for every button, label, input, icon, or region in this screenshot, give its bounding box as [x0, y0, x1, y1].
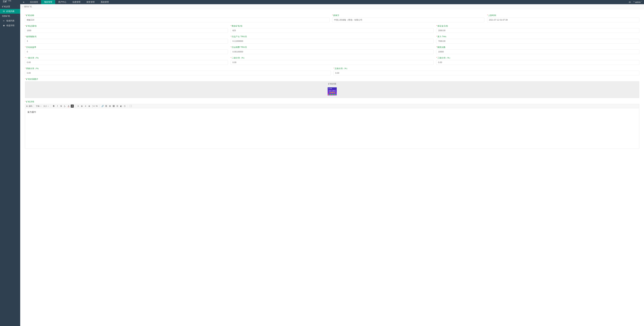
- rich-text-editor: 🗎 源码 字体▾ 大小▾ B I S: [25, 104, 639, 149]
- refresh-icon[interactable]: ⟳: [628, 1, 632, 4]
- hamburger-icon[interactable]: ≡: [20, 1, 27, 4]
- input-guarantor[interactable]: [332, 18, 484, 22]
- username: admin: [635, 1, 641, 3]
- cover-upload-area[interactable]: 矿机封面 ▲云世界 新用户注册即送 33元现金红包: [25, 81, 639, 98]
- maximize-icon[interactable]: ⛶: [129, 105, 132, 108]
- toolbar-separator: [75, 105, 75, 107]
- field-hashrate: *算力 TH/s: [436, 35, 639, 44]
- sidebar-group-effective-miner[interactable]: 有效矿机 ˇ: [0, 14, 20, 18]
- field-duration: *使用期限/天: [25, 35, 228, 44]
- special-char-icon[interactable]: Ω: [116, 105, 119, 108]
- input-lvl3[interactable]: [436, 60, 639, 65]
- nav-tab-project[interactable]: 项目管理: [41, 0, 55, 4]
- input-shelf-time[interactable]: [487, 18, 639, 22]
- field-daily-fee: *日运维费 TRX/天: [231, 46, 434, 54]
- field-daily-output: *日总产出 TRX/天: [231, 35, 434, 44]
- input-daily-rate[interactable]: [25, 49, 228, 54]
- image-icon[interactable]: 🖼: [112, 105, 115, 108]
- italic-icon[interactable]: I: [56, 105, 59, 108]
- strikethrough-icon[interactable]: S: [60, 105, 63, 108]
- text-color-icon[interactable]: A: [67, 105, 70, 108]
- field-lvl5: *五级分润（%）: [334, 67, 640, 75]
- editor-font-family-label: 字体: [36, 105, 40, 107]
- chevron-down-icon: ▾: [40, 105, 41, 107]
- user-menu[interactable]: ᴿ admin ˇ: [634, 1, 642, 3]
- brand: 云矿 TP6: [0, 0, 20, 4]
- table-icon[interactable]: ⊞: [108, 105, 112, 108]
- sidebar-item-profit-detail[interactable]: ◉ 收益详情: [0, 23, 20, 28]
- editor-source-button[interactable]: 🗎 源码: [26, 105, 32, 107]
- input-hashrate[interactable]: [436, 39, 639, 44]
- editor-font-size-select[interactable]: 大小▾: [42, 105, 49, 108]
- cover-upload-head: 矿机封面: [25, 81, 639, 86]
- input-remain[interactable]: [231, 28, 434, 33]
- nav-tab-info[interactable]: 信息管理: [69, 0, 84, 4]
- label-hashrate: *算力 TH/s: [436, 35, 639, 38]
- chevron-down-icon: ˇ: [18, 15, 18, 17]
- label-remain: *剩余矿机/份: [231, 25, 434, 28]
- field-lvl2: *二级分润（%）: [231, 57, 434, 65]
- nav-tab-system[interactable]: 系统管理: [98, 0, 112, 4]
- label-daily-fee: *日运维费 TRX/天: [231, 46, 434, 49]
- input-deposit[interactable]: [436, 28, 639, 33]
- input-limit[interactable]: [436, 49, 639, 54]
- unordered-list-icon[interactable]: •≡: [95, 105, 98, 108]
- input-lvl1[interactable]: [25, 60, 228, 65]
- align-center-icon[interactable]: ≣: [80, 105, 83, 108]
- link-icon[interactable]: 🔗: [101, 105, 104, 108]
- label-daily-output: *日总产出 TRX/天: [231, 35, 434, 38]
- field-lvl1: *一级分润（%）: [25, 57, 228, 65]
- input-daily-fee[interactable]: [231, 49, 434, 54]
- toolbar-separator: [128, 105, 128, 107]
- bg-color-icon[interactable]: A: [71, 105, 74, 108]
- field-miner-name: *矿机名称: [25, 14, 330, 22]
- bold-icon[interactable]: B: [52, 105, 55, 108]
- label-daily-rate: *日化收益率: [25, 46, 228, 49]
- clear-format-icon[interactable]: Iₓ: [63, 105, 66, 108]
- label-total: *矿机总量/份: [25, 25, 228, 28]
- sidebar-item-lease-list[interactable]: ∞ 租借列表: [0, 18, 20, 23]
- label-deposit: *保证金元/份: [436, 25, 639, 28]
- field-remain: *剩余矿机/份: [231, 25, 434, 33]
- sidebar-group-miner-settings[interactable]: 矿机设置 ˇ: [0, 4, 20, 9]
- chevron-down-icon: ˇ: [18, 6, 18, 8]
- user-icon: ᴿ: [634, 1, 634, 3]
- label-lvl3: *三级分润（%）: [436, 57, 639, 59]
- align-justify-icon[interactable]: ≣: [88, 105, 91, 108]
- cover-thumbnail[interactable]: ▲云世界 新用户注册即送 33元现金红包: [328, 87, 337, 95]
- sidebar-item-miner-list[interactable]: ⛁ 矿机列表: [0, 9, 20, 14]
- editor-source-label: 源码: [28, 105, 32, 107]
- label-cover: *矿机封面图片: [25, 78, 639, 81]
- nav-tab-finance[interactable]: 财务管理: [84, 0, 98, 4]
- editor-body[interactable]: 算力最牛: [25, 108, 639, 149]
- editor-toolbar: 🗎 源码 字体▾ 大小▾ B I S: [25, 104, 639, 108]
- nav-tab-home[interactable]: 后台首页: [27, 0, 41, 4]
- field-lvl4: *四级分润（%）: [25, 67, 331, 75]
- input-miner-name[interactable]: [25, 18, 330, 22]
- chevron-down-icon: ˇ: [641, 1, 642, 3]
- align-left-icon[interactable]: ≡: [76, 105, 80, 108]
- field-daily-rate: *日化收益率: [25, 46, 228, 54]
- main-area: » 编辑矿机 *矿机名称 *担保方 *上架时间: [20, 4, 644, 326]
- input-lvl4[interactable]: [25, 71, 331, 75]
- input-total[interactable]: [25, 28, 228, 33]
- breadcrumb-arrow-icon: »: [22, 6, 23, 8]
- brand-sup: TP6: [8, 0, 11, 2]
- code-icon[interactable]: ⟨⟩: [123, 105, 126, 108]
- about-icon[interactable]: ◐: [120, 105, 122, 108]
- sidebar-item-label: 租借列表: [6, 19, 14, 22]
- label-lvl1: *一级分润（%）: [25, 57, 228, 59]
- nav-tab-user[interactable]: 用户中心: [55, 0, 69, 4]
- ordered-list-icon[interactable]: ⋮≡: [92, 105, 94, 108]
- unlink-icon[interactable]: ⛓: [105, 105, 108, 108]
- sidebar-group-label: 矿机设置: [2, 5, 10, 8]
- input-lvl2[interactable]: [231, 60, 434, 65]
- sidebar-item-label: 矿机列表: [6, 10, 14, 13]
- input-duration[interactable]: [25, 39, 228, 44]
- input-daily-output[interactable]: [231, 39, 434, 44]
- editor-font-family-select[interactable]: 字体▾: [35, 105, 42, 108]
- input-lvl5[interactable]: [334, 71, 640, 75]
- cube-icon: ⛁: [3, 10, 6, 13]
- align-right-icon[interactable]: ≡: [84, 105, 87, 108]
- thumb-line-1: ▲云世界: [328, 88, 336, 89]
